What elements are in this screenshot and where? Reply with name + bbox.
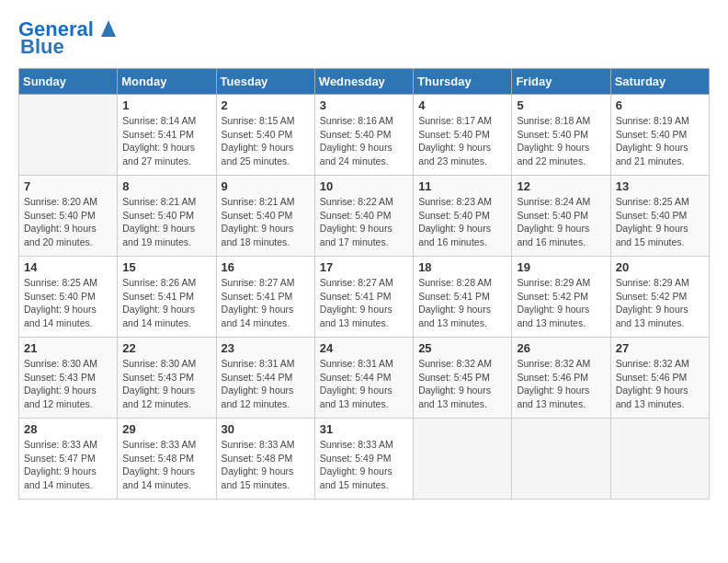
- day-number: 23: [222, 341, 310, 355]
- calendar-cell: 10 Sunrise: 8:22 AM Sunset: 5:40 PM Dayl…: [314, 176, 413, 257]
- sunrise-text: Sunrise: 8:21 AM: [122, 195, 210, 209]
- column-header-sunday: Sunday: [19, 69, 118, 95]
- day-info: Sunrise: 8:33 AM Sunset: 5:47 PM Dayligh…: [24, 438, 112, 492]
- sunset-text: Sunset: 5:49 PM: [320, 452, 408, 465]
- calendar-cell: 21 Sunrise: 8:30 AM Sunset: 5:43 PM Dayl…: [19, 338, 118, 419]
- daylight-text: Daylight: 9 hours and 12 minutes.: [122, 384, 210, 410]
- calendar-cell: 8 Sunrise: 8:21 AM Sunset: 5:40 PM Dayli…: [118, 176, 216, 257]
- calendar-cell: 13 Sunrise: 8:25 AM Sunset: 5:40 PM Dayl…: [610, 176, 709, 257]
- day-info: Sunrise: 8:29 AM Sunset: 5:42 PM Dayligh…: [616, 276, 704, 330]
- day-number: 3: [320, 98, 408, 112]
- sunrise-text: Sunrise: 8:14 AM: [122, 114, 210, 128]
- day-info: Sunrise: 8:18 AM Sunset: 5:40 PM Dayligh…: [517, 114, 605, 168]
- sunset-text: Sunset: 5:44 PM: [320, 371, 408, 385]
- day-info: Sunrise: 8:24 AM Sunset: 5:40 PM Dayligh…: [517, 195, 605, 249]
- calendar-cell: 20 Sunrise: 8:29 AM Sunset: 5:42 PM Dayl…: [610, 257, 709, 338]
- daylight-text: Daylight: 9 hours and 21 minutes.: [616, 141, 704, 167]
- sunset-text: Sunset: 5:41 PM: [418, 290, 506, 304]
- day-info: Sunrise: 8:21 AM Sunset: 5:40 PM Dayligh…: [222, 195, 310, 249]
- calendar-cell: 5 Sunrise: 8:18 AM Sunset: 5:40 PM Dayli…: [512, 95, 610, 176]
- sunset-text: Sunset: 5:40 PM: [222, 128, 310, 142]
- calendar-week-2: 7 Sunrise: 8:20 AM Sunset: 5:40 PM Dayli…: [19, 176, 710, 257]
- daylight-text: Daylight: 9 hours and 12 minutes.: [24, 384, 112, 410]
- daylight-text: Daylight: 9 hours and 14 minutes.: [24, 465, 112, 491]
- day-number: 28: [24, 422, 112, 436]
- calendar-cell: 22 Sunrise: 8:30 AM Sunset: 5:43 PM Dayl…: [118, 338, 216, 419]
- sunrise-text: Sunrise: 8:32 AM: [616, 357, 704, 371]
- day-number: 15: [122, 260, 210, 274]
- daylight-text: Daylight: 9 hours and 14 minutes.: [122, 303, 210, 329]
- header: General Blue: [18, 18, 710, 59]
- sunset-text: Sunset: 5:40 PM: [24, 290, 112, 304]
- calendar-cell: 1 Sunrise: 8:14 AM Sunset: 5:41 PM Dayli…: [118, 95, 216, 176]
- day-info: Sunrise: 8:22 AM Sunset: 5:40 PM Dayligh…: [320, 195, 408, 249]
- sunset-text: Sunset: 5:41 PM: [222, 290, 310, 304]
- sunrise-text: Sunrise: 8:18 AM: [517, 114, 605, 128]
- sunset-text: Sunset: 5:41 PM: [320, 290, 408, 304]
- day-number: 11: [418, 179, 506, 193]
- column-header-wednesday: Wednesday: [314, 69, 413, 95]
- day-number: 18: [418, 260, 506, 274]
- day-info: Sunrise: 8:16 AM Sunset: 5:40 PM Dayligh…: [320, 114, 408, 168]
- sunrise-text: Sunrise: 8:28 AM: [418, 276, 506, 290]
- sunrise-text: Sunrise: 8:16 AM: [320, 114, 408, 128]
- calendar-cell: 27 Sunrise: 8:32 AM Sunset: 5:46 PM Dayl…: [610, 338, 709, 419]
- sunrise-text: Sunrise: 8:23 AM: [418, 195, 506, 209]
- svg-marker-0: [101, 20, 116, 37]
- day-info: Sunrise: 8:25 AM Sunset: 5:40 PM Dayligh…: [616, 195, 704, 249]
- daylight-text: Daylight: 9 hours and 13 minutes.: [616, 384, 704, 410]
- day-number: 19: [517, 260, 605, 274]
- calendar-cell: 29 Sunrise: 8:33 AM Sunset: 5:48 PM Dayl…: [118, 419, 216, 500]
- sunrise-text: Sunrise: 8:30 AM: [24, 357, 112, 371]
- daylight-text: Daylight: 9 hours and 13 minutes.: [616, 303, 704, 329]
- calendar-week-4: 21 Sunrise: 8:30 AM Sunset: 5:43 PM Dayl…: [19, 338, 710, 419]
- sunrise-text: Sunrise: 8:29 AM: [616, 276, 704, 290]
- sunset-text: Sunset: 5:45 PM: [418, 371, 506, 385]
- day-info: Sunrise: 8:33 AM Sunset: 5:48 PM Dayligh…: [122, 438, 210, 492]
- sunrise-text: Sunrise: 8:15 AM: [222, 114, 310, 128]
- sunrise-text: Sunrise: 8:17 AM: [418, 114, 506, 128]
- sunrise-text: Sunrise: 8:33 AM: [320, 438, 408, 452]
- sunset-text: Sunset: 5:40 PM: [24, 209, 112, 223]
- column-header-thursday: Thursday: [414, 69, 512, 95]
- day-number: 12: [517, 179, 605, 193]
- logo-blue: Blue: [20, 35, 64, 58]
- sunrise-text: Sunrise: 8:30 AM: [122, 357, 210, 371]
- sunrise-text: Sunrise: 8:26 AM: [122, 276, 210, 290]
- day-info: Sunrise: 8:32 AM Sunset: 5:45 PM Dayligh…: [418, 357, 506, 411]
- calendar-week-3: 14 Sunrise: 8:25 AM Sunset: 5:40 PM Dayl…: [19, 257, 710, 338]
- daylight-text: Daylight: 9 hours and 15 minutes.: [616, 222, 704, 248]
- sunset-text: Sunset: 5:40 PM: [122, 209, 210, 223]
- day-number: 25: [418, 341, 506, 355]
- daylight-text: Daylight: 9 hours and 13 minutes.: [418, 384, 506, 410]
- day-number: 30: [222, 422, 310, 436]
- sunset-text: Sunset: 5:41 PM: [122, 128, 210, 142]
- daylight-text: Daylight: 9 hours and 13 minutes.: [320, 384, 408, 410]
- day-info: Sunrise: 8:31 AM Sunset: 5:44 PM Dayligh…: [320, 357, 408, 411]
- calendar-cell: 6 Sunrise: 8:19 AM Sunset: 5:40 PM Dayli…: [610, 95, 709, 176]
- sunset-text: Sunset: 5:40 PM: [517, 128, 605, 142]
- calendar-week-1: 1 Sunrise: 8:14 AM Sunset: 5:41 PM Dayli…: [19, 95, 710, 176]
- day-number: 9: [222, 179, 310, 193]
- sunrise-text: Sunrise: 8:33 AM: [222, 438, 310, 452]
- sunrise-text: Sunrise: 8:29 AM: [517, 276, 605, 290]
- day-number: 27: [616, 341, 704, 355]
- logo-icon: [96, 15, 121, 40]
- calendar-cell: 9 Sunrise: 8:21 AM Sunset: 5:40 PM Dayli…: [216, 176, 314, 257]
- sunset-text: Sunset: 5:40 PM: [616, 128, 704, 142]
- sunset-text: Sunset: 5:48 PM: [122, 452, 210, 465]
- sunrise-text: Sunrise: 8:25 AM: [616, 195, 704, 209]
- logo: General Blue: [18, 18, 121, 59]
- day-info: Sunrise: 8:32 AM Sunset: 5:46 PM Dayligh…: [517, 357, 605, 411]
- day-number: 1: [122, 98, 210, 112]
- day-number: 8: [122, 179, 210, 193]
- calendar-week-5: 28 Sunrise: 8:33 AM Sunset: 5:47 PM Dayl…: [19, 419, 710, 500]
- daylight-text: Daylight: 9 hours and 16 minutes.: [418, 222, 506, 248]
- day-number: 13: [616, 179, 704, 193]
- daylight-text: Daylight: 9 hours and 22 minutes.: [517, 141, 605, 167]
- sunset-text: Sunset: 5:43 PM: [122, 371, 210, 385]
- sunset-text: Sunset: 5:40 PM: [222, 209, 310, 223]
- sunrise-text: Sunrise: 8:20 AM: [24, 195, 112, 209]
- column-header-tuesday: Tuesday: [216, 69, 314, 95]
- calendar-cell: 23 Sunrise: 8:31 AM Sunset: 5:44 PM Dayl…: [216, 338, 314, 419]
